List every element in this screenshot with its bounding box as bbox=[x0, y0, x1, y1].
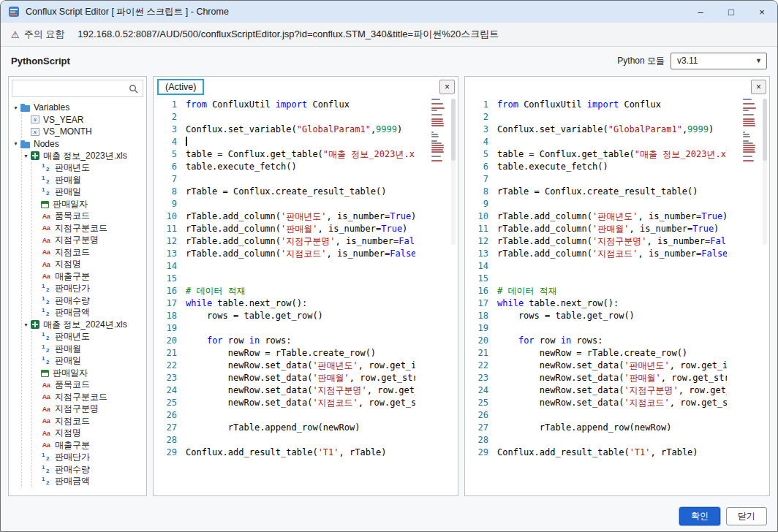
code-line[interactable]: 6table.execute_fetch() bbox=[468, 161, 727, 173]
code-line[interactable]: 4 bbox=[468, 136, 727, 148]
tree-item[interactable]: ▾Nodes bbox=[12, 138, 146, 151]
close-button-footer[interactable]: 닫기 bbox=[726, 507, 767, 525]
editor-close-button[interactable]: × bbox=[751, 80, 766, 94]
minimap[interactable] bbox=[431, 99, 449, 162]
tree-item[interactable]: Aa지점구분코드 bbox=[32, 222, 146, 235]
tree-item[interactable]: 12판매금액 bbox=[32, 476, 146, 488]
code-line[interactable]: 7 bbox=[468, 173, 727, 186]
code-line[interactable]: 17while table.next_row(): bbox=[468, 297, 727, 310]
window-close-button[interactable]: × bbox=[747, 1, 777, 23]
code-line[interactable]: 27 rTable.append_row(newRow) bbox=[156, 422, 415, 434]
code-line[interactable]: 11rTable.add_column('판매월', is_number=Tru… bbox=[156, 223, 415, 235]
minimap[interactable] bbox=[743, 99, 760, 162]
code-line[interactable]: 14 bbox=[468, 260, 727, 273]
address-bar[interactable]: ⚠ 주의 요함 192.168.0.52:8087/AUD/500/conflu… bbox=[1, 23, 777, 47]
chevron-down-icon[interactable]: ▾ bbox=[22, 153, 30, 159]
editor-right[interactable]: × 1from ConfluxUtil import Conflux23Conf… bbox=[464, 76, 770, 496]
code-line[interactable]: 1from ConfluxUtil import Conflux bbox=[468, 99, 727, 111]
tree-item[interactable]: Aa지점구분명 bbox=[32, 403, 146, 416]
tree-item[interactable]: Aa지점구분명 bbox=[32, 235, 146, 247]
python-version-select[interactable]: v3.11 ▼ bbox=[671, 53, 767, 69]
tree-item[interactable]: 12판매단가 bbox=[32, 452, 146, 464]
titlebar[interactable]: Conflux Script Editor [ 파이썬 스크립트 ] - Chr… bbox=[1, 1, 777, 23]
code-line[interactable]: 16# 데이터 적재 bbox=[156, 285, 415, 297]
code-line[interactable]: 19 bbox=[156, 322, 415, 335]
search-icon[interactable] bbox=[129, 84, 138, 94]
code-line[interactable]: 18 rows = table.get_row() bbox=[468, 310, 727, 322]
editor-left[interactable]: (Active) × 1from ConfluxUtil import Conf… bbox=[153, 76, 458, 496]
code-line[interactable]: 25 newRow.set_data('지점코드', row.get_st bbox=[156, 397, 415, 409]
code-area[interactable]: 1from ConfluxUtil import Conflux23Conflu… bbox=[468, 99, 727, 491]
minimize-button[interactable]: – bbox=[685, 1, 716, 23]
code-line[interactable]: 10rTable.add_column('판매년도', is_number=Tr… bbox=[468, 210, 727, 223]
tree-item[interactable]: 판매일자 bbox=[32, 198, 146, 210]
code-line[interactable]: 16# 데이터 적재 bbox=[468, 285, 727, 297]
code-line[interactable]: 12rTable.add_column('지점구분명', is_number=F… bbox=[468, 235, 727, 248]
tree-item[interactable]: 12판매년도 bbox=[32, 162, 146, 175]
code-line[interactable]: 1from ConfluxUtil import Conflux bbox=[156, 99, 415, 111]
code-line[interactable]: 24 newRow.set_data('지점구분명', row.get_ bbox=[468, 384, 727, 397]
code-line[interactable]: 3Conflux.set_variable("GlobalParam1",999… bbox=[468, 123, 727, 136]
code-line[interactable]: 2 bbox=[156, 111, 415, 123]
code-line[interactable]: 26 bbox=[468, 409, 727, 422]
code-line[interactable]: 15 bbox=[156, 273, 415, 285]
security-warning-icon[interactable]: ⚠ bbox=[11, 29, 20, 40]
code-line[interactable]: 21 newRow = rTable.create_row() bbox=[468, 347, 727, 360]
code-line[interactable]: 3Conflux.set_variable("GlobalParam1",999… bbox=[156, 123, 415, 136]
url-text[interactable]: 192.168.0.52:8087/AUD/500/confluxScriptE… bbox=[78, 28, 499, 41]
code-line[interactable]: 20 for row in rows: bbox=[156, 335, 415, 347]
tree-item[interactable]: 12판매월 bbox=[32, 343, 146, 355]
code-line[interactable]: 8rTable = Conflux.create_result_table() bbox=[468, 186, 727, 198]
code-line[interactable]: 13rTable.add_column('지점코드', is_number=Fa… bbox=[156, 248, 415, 260]
code-line[interactable]: 15 bbox=[468, 273, 727, 285]
chevron-down-icon[interactable]: ▾ bbox=[12, 140, 20, 147]
code-line[interactable]: 5table = Conflux.get_table("매출 정보_2023년.… bbox=[156, 148, 415, 161]
editor-close-button[interactable]: × bbox=[439, 80, 455, 94]
chevron-down-icon[interactable]: ▾ bbox=[12, 104, 20, 111]
code-line[interactable]: 29Conflux.add_result_table('T1', rTable) bbox=[468, 446, 727, 459]
code-line[interactable]: 26 bbox=[156, 409, 415, 422]
code-line[interactable]: 12rTable.add_column('지점구분명', is_number=F… bbox=[156, 235, 415, 248]
scrollbar[interactable] bbox=[451, 99, 456, 245]
code-line[interactable]: 7 bbox=[156, 173, 415, 186]
code-line[interactable]: 19 bbox=[468, 322, 727, 335]
tree-item[interactable]: ▾매출 정보_2023년.xls bbox=[22, 150, 146, 162]
code-line[interactable]: 9 bbox=[156, 198, 415, 210]
tree-item[interactable]: ▾Variables bbox=[12, 102, 146, 114]
tree-item[interactable]: Aa지점구분코드 bbox=[32, 391, 146, 403]
tree-item[interactable]: ▾매출 정보_2024년.xls bbox=[22, 319, 146, 331]
scrollbar-thumb[interactable] bbox=[763, 99, 767, 161]
code-line[interactable]: 23 newRow.set_data('판매월', row.get_stri bbox=[156, 372, 415, 384]
code-line[interactable]: 10rTable.add_column('판매년도', is_number=Tr… bbox=[156, 210, 415, 223]
code-line[interactable]: 21 newRow = rTable.create_row() bbox=[156, 347, 415, 360]
tree-item[interactable]: 12판매년도 bbox=[32, 331, 146, 343]
code-line[interactable]: 20 for row in rows: bbox=[468, 335, 727, 347]
search-input[interactable] bbox=[17, 83, 129, 94]
ok-button[interactable]: 확인 bbox=[679, 507, 720, 525]
search-box[interactable] bbox=[12, 80, 143, 97]
code-line[interactable]: 23 newRow.set_data('판매월', row.get_stri bbox=[468, 372, 727, 384]
code-line[interactable]: 17while table.next_row(): bbox=[156, 297, 415, 310]
code-line[interactable]: 29Conflux.add_result_table('T1', rTable) bbox=[156, 446, 415, 459]
tree-item[interactable]: Aa지점명 bbox=[32, 259, 146, 271]
code-line[interactable]: 28 bbox=[468, 434, 727, 446]
code-line[interactable]: 13rTable.add_column('지점코드', is_number=Fa… bbox=[468, 248, 727, 260]
code-line[interactable]: 8rTable = Conflux.create_result_table() bbox=[156, 186, 415, 198]
tree-item[interactable]: Aa지점명 bbox=[32, 428, 146, 440]
tree-item[interactable]: VS_MONTH bbox=[22, 126, 146, 138]
code-line[interactable]: 2 bbox=[468, 111, 727, 123]
code-line[interactable]: 4 bbox=[156, 136, 415, 148]
security-warning-label[interactable]: 주의 요함 bbox=[24, 28, 65, 41]
tree-item[interactable]: Aa지점코드 bbox=[32, 246, 146, 259]
tree-item[interactable]: 12판매월 bbox=[32, 174, 146, 186]
code-line[interactable]: 24 newRow.set_data('지점구분명', row.get_ bbox=[156, 384, 415, 397]
code-line[interactable]: 25 newRow.set_data('지점코드', row.get_st bbox=[468, 397, 727, 409]
tree-item[interactable]: Aa지점코드 bbox=[32, 415, 146, 428]
code-line[interactable]: 22 newRow.set_data('판매년도', row.get_in bbox=[156, 360, 415, 372]
tree-item[interactable]: Aa매출구분 bbox=[32, 439, 146, 452]
code-line[interactable]: 27 rTable.append_row(newRow) bbox=[468, 422, 727, 434]
tree-item[interactable]: 12판매수량 bbox=[32, 463, 146, 476]
scrollbar-thumb[interactable] bbox=[451, 99, 456, 161]
tree-item[interactable]: 12판매금액 bbox=[32, 307, 146, 319]
tree-item[interactable]: 12판매일 bbox=[32, 186, 146, 199]
